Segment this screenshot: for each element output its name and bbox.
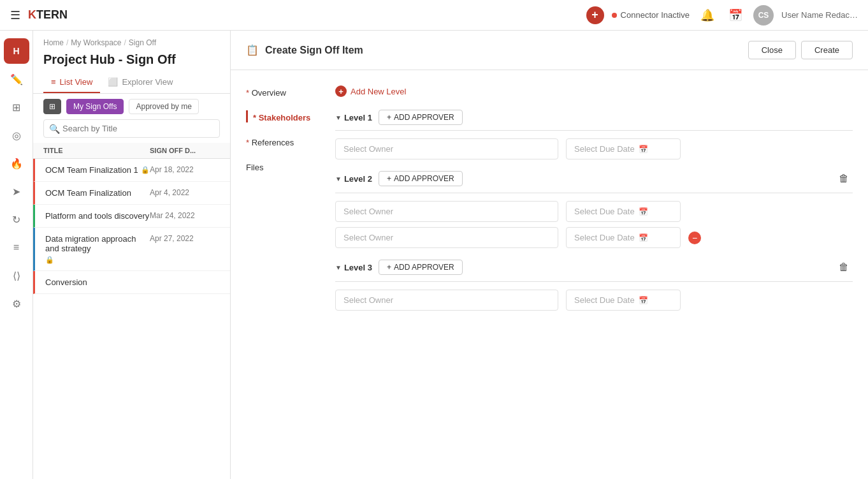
topnav: ☰ KTERN + Connector Inactive 🔔 📅 CS User… [0, 0, 868, 31]
calendar-icon: 📅 [639, 233, 648, 242]
search-input[interactable] [60, 120, 214, 137]
modal-title-row: 📋 Create Sign Off Item [246, 44, 363, 56]
connector-status: Connector Inactive [612, 10, 690, 20]
edit-icon[interactable]: ✏️ [4, 66, 29, 92]
label-overview: * Overview [246, 85, 325, 98]
user-name: User Name Redacted [781, 10, 858, 20]
level-2-owner-select-2[interactable]: Select Owner [335, 227, 558, 248]
list-item[interactable]: OCM Team Finalization 1 🔒 Apr 18, 2022 [33, 159, 230, 182]
avatar: CS [753, 5, 774, 26]
sign-off-list: OCM Team Finalization 1 🔒 Apr 18, 2022 O… [33, 159, 230, 479]
left-panel: Home / My Workspace / Sign Off Project H… [33, 31, 231, 479]
lock-icon: 🔒 [45, 256, 54, 264]
level-2-due-date-1[interactable]: Select Due Date 📅 [566, 201, 681, 222]
level-3-add-approver-button[interactable]: + ADD APPROVER [379, 260, 463, 275]
level-3-collapse[interactable]: ▼ Level 3 [335, 263, 372, 272]
col-title: Title [43, 147, 150, 154]
search-box: 🔍 [43, 119, 220, 138]
level-2-approver-row-2: Select Owner Select Due Date 📅 − [335, 227, 853, 248]
chevron-down-icon: ▼ [335, 175, 342, 182]
calendar-icon: 📅 [639, 145, 648, 154]
table-header: Title Sign Off D... [33, 143, 230, 159]
chevron-down-icon: ▼ [335, 114, 342, 121]
breadcrumb: Home / My Workspace / Sign Off [33, 31, 230, 50]
remove-approver-button[interactable]: − [688, 232, 701, 244]
level-2-collapse[interactable]: ▼ Level 2 [335, 174, 372, 184]
sidebar-icon-active[interactable]: H [4, 38, 29, 64]
calendar-icon: 📅 [639, 207, 648, 216]
grid-icon[interactable]: ⊞ [4, 94, 29, 120]
modal-header: 📋 Create Sign Off Item Close Create [231, 31, 868, 70]
panel-tabs: ≡ List View ⬜ Explorer View [33, 72, 230, 94]
network-icon[interactable]: ⟨⟩ [4, 263, 29, 288]
tab-explorer-view[interactable]: ⬜ Explorer View [100, 72, 180, 93]
breadcrumb-workspace[interactable]: My Workspace [71, 38, 121, 47]
filter-icon-btn[interactable]: ⊞ [43, 99, 61, 114]
notifications-button[interactable]: 🔔 [697, 5, 718, 26]
list-item[interactable]: Platform and tools discovery Mar 24, 202… [33, 205, 230, 228]
filter-my-sign-offs[interactable]: My Sign Offs [66, 99, 124, 114]
filter-approved-by-me[interactable]: Approved by me [129, 99, 198, 114]
calendar-button[interactable]: 📅 [725, 5, 746, 26]
settings-icon[interactable]: ⚙ [4, 291, 29, 316]
level-3-label: Level 3 [344, 263, 372, 272]
hamburger-menu[interactable]: ☰ [10, 8, 20, 22]
label-references: * References [246, 135, 325, 147]
panel-filters: ⊞ My Sign Offs Approved by me [33, 94, 230, 119]
breadcrumb-home[interactable]: Home [43, 38, 64, 47]
create-button[interactable]: Create [801, 41, 853, 59]
user-circle-icon[interactable]: ◎ [4, 122, 29, 148]
plus-icon: + [387, 174, 391, 183]
level-3-section: ▼ Level 3 + ADD APPROVER 🗑 Select Owner … [335, 258, 853, 311]
search-icon: 🔍 [49, 124, 60, 134]
modal-content: + Add New Level ▼ Level 1 + ADD APPROVER [335, 85, 853, 321]
send-icon[interactable]: ➤ [4, 179, 29, 204]
explorer-icon: ⬜ [108, 77, 118, 87]
list-item[interactable]: Conversion [33, 271, 230, 294]
calendar-icon: 📅 [639, 296, 648, 305]
modal-body: * Overview * Stakeholders * References F… [231, 70, 868, 336]
main-content: Home / My Workspace / Sign Off Project H… [33, 31, 868, 479]
plus-icon: + [335, 85, 347, 97]
plus-icon: + [387, 263, 391, 272]
level-1-header: ▼ Level 1 + ADD APPROVER [335, 110, 853, 131]
modal-title: Create Sign Off Item [265, 45, 363, 56]
breadcrumb-current: Sign Off [129, 38, 156, 47]
level-2-delete-button[interactable]: 🗑 [835, 170, 853, 188]
add-new-level-button[interactable]: + Add New Level [335, 85, 406, 97]
level-2-section: ▼ Level 2 + ADD APPROVER 🗑 Select Owner … [335, 170, 853, 248]
col-date: Sign Off D... [150, 147, 220, 154]
connector-label: Connector Inactive [621, 10, 690, 20]
level-2-add-approver-button[interactable]: + ADD APPROVER [379, 171, 463, 186]
lock-icon: 🔒 [141, 166, 150, 174]
level-1-approver-row: Select Owner Select Due Date 📅 [335, 138, 853, 159]
level-1-due-date[interactable]: Select Due Date 📅 [566, 138, 681, 159]
label-stakeholders: * Stakeholders [246, 110, 325, 122]
list-icon[interactable]: ≡ [4, 235, 29, 260]
level-2-header: ▼ Level 2 + ADD APPROVER 🗑 [335, 170, 853, 193]
level-2-owner-select-1[interactable]: Select Owner [335, 201, 558, 222]
close-button[interactable]: Close [748, 41, 796, 59]
topnav-right: + Connector Inactive 🔔 📅 CS User Name Re… [586, 5, 858, 26]
level-3-owner-select[interactable]: Select Owner [335, 290, 558, 311]
level-3-approver-row: Select Owner Select Due Date 📅 [335, 290, 853, 311]
level-1-collapse[interactable]: ▼ Level 1 [335, 113, 372, 122]
refresh-icon[interactable]: ↻ [4, 207, 29, 232]
modal-sidebar: * Overview * Stakeholders * References F… [246, 85, 335, 321]
chevron-down-icon: ▼ [335, 264, 342, 271]
modal-actions: Close Create [748, 41, 853, 59]
level-3-delete-button[interactable]: 🗑 [835, 258, 853, 276]
add-button[interactable]: + [586, 6, 604, 24]
list-item[interactable]: OCM Team Finalization Apr 4, 2022 [33, 182, 230, 205]
flame-icon[interactable]: 🔥 [4, 151, 29, 176]
plus-icon: + [387, 113, 391, 122]
level-1-add-approver-button[interactable]: + ADD APPROVER [379, 110, 463, 125]
list-item[interactable]: Data migration approach and strategy 🔒 A… [33, 228, 230, 271]
add-level-label: Add New Level [351, 87, 406, 96]
tab-list-view[interactable]: ≡ List View [43, 72, 100, 93]
level-1-owner-select[interactable]: Select Owner [335, 138, 558, 159]
level-2-label: Level 2 [344, 174, 372, 184]
page-title: Project Hub - Sign Off [33, 50, 230, 72]
level-2-due-date-2[interactable]: Select Due Date 📅 [566, 227, 681, 248]
level-3-due-date[interactable]: Select Due Date 📅 [566, 290, 681, 311]
